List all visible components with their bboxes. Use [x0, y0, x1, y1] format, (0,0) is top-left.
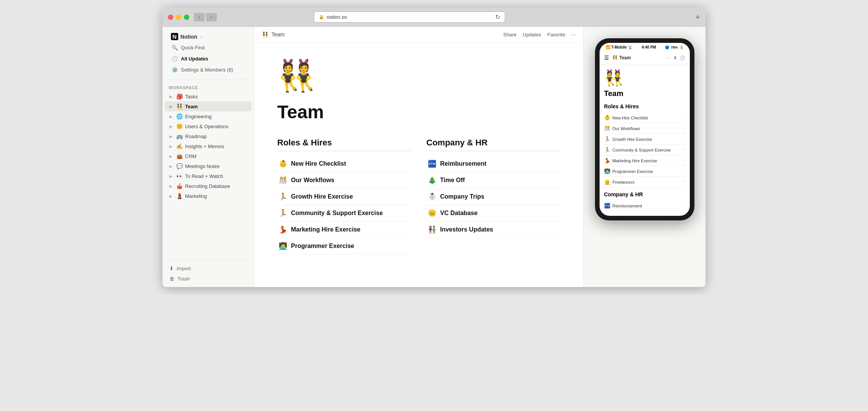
item-label: Marketing Hire Exercise — [291, 226, 360, 233]
sidebar-item-crm[interactable]: ▶ 👜 CRM — [165, 151, 252, 161]
roles-hires-list-item[interactable]: 💃Marketing Hire Exercise — [277, 222, 411, 238]
sidebar-item-engineering[interactable]: ▶ 🌐 Engineering — [165, 111, 252, 121]
sidebar-item-to-read-watch[interactable]: ▶ 👀 To Read + Watch — [165, 171, 252, 181]
sidebar-item-icon: 🎒 — [176, 93, 183, 99]
roles-hires-list-item[interactable]: 🏃Community & Support Exercise — [277, 205, 411, 222]
ph-icon: 💃 — [604, 158, 610, 163]
ph-dots-icon[interactable]: ··· — [682, 180, 685, 184]
back-button[interactable]: ‹ — [194, 13, 205, 21]
ph-dots-icon[interactable]: ··· — [682, 169, 685, 173]
page-emoji: 👯 — [277, 58, 560, 94]
trash-item[interactable]: 🗑 Trash — [168, 274, 249, 284]
minimize-button[interactable] — [176, 15, 181, 20]
sidebar-item-team[interactable]: ▶ 👯 Team — [165, 101, 252, 111]
main-content: 👯 Team Share Updates Favorite ··· 👯 Team… — [254, 27, 583, 287]
company-hr-list-item[interactable]: 🎄Time Off — [426, 172, 560, 189]
ph-dots-icon[interactable]: ··· — [682, 148, 685, 152]
ph-label: Growth Hire Exercise — [613, 137, 680, 142]
item-icon: 😐 — [428, 209, 436, 217]
sidebar-item-label: Roadmap — [185, 134, 249, 139]
sidebar-item-tasks[interactable]: ▶ 🎒 Tasks — [165, 91, 252, 101]
forward-button[interactable]: › — [206, 13, 217, 21]
all-updates-action[interactable]: 🕐 All Updates — [169, 54, 248, 64]
item-icon: 🎊 — [279, 176, 287, 184]
sidebar-item-label: Tasks — [185, 94, 249, 99]
phone-section1-title: Roles & Hires — [604, 103, 685, 109]
quick-find-action[interactable]: 🔍 Quick Find — [169, 42, 248, 53]
item-icon: 🎄 — [428, 176, 436, 184]
phone-list1-item[interactable]: 👶New Hire Checklist··· — [604, 113, 685, 123]
phone-more-icon[interactable]: ··· — [666, 55, 670, 60]
sidebar-item-label: Recruiting Database — [185, 183, 249, 189]
sidebar-item-roadmap[interactable]: ▶ 🚌 Roadmap — [165, 131, 252, 141]
maximize-button[interactable] — [184, 15, 189, 20]
hamburger-icon[interactable]: ☰ — [604, 55, 609, 61]
sidebar-item-insights-memos[interactable]: ▶ ✍️ Insights + Memos — [165, 141, 252, 151]
sidebar-item-icon: 🚌 — [176, 133, 183, 139]
phone-list1-item[interactable]: 👩‍💻Programmer Exercise··· — [604, 166, 685, 177]
sidebar-arrow-icon: ▶ — [169, 184, 174, 188]
ph-label: Our Workflows — [613, 126, 680, 131]
item-icon: 👶 — [279, 160, 287, 168]
phone-list1: 👶New Hire Checklist···🎊Our Workflows···🏃… — [604, 113, 685, 188]
company-hr-list-item[interactable]: 👫Investors Updates — [426, 222, 560, 238]
roles-hires-list-item[interactable]: 🎊Our Workflows — [277, 172, 411, 189]
company-hr-list-item[interactable]: ☃️Company Trips — [426, 189, 560, 205]
close-button[interactable] — [168, 15, 173, 20]
phone-list1-item[interactable]: 🎊Our Workflows··· — [604, 123, 685, 134]
wifi-icon: 📡 — [628, 45, 632, 49]
sidebar-item-recruiting-database[interactable]: ▶ 🎪 Recruiting Database — [165, 181, 252, 191]
phone-list1-item[interactable]: 🏃Growth Hire Exercise··· — [604, 134, 685, 145]
refresh-button[interactable]: ↻ — [495, 13, 500, 21]
phone-history-icon[interactable]: 🕐 — [680, 55, 685, 60]
company-hr-list-item[interactable]: 😐VC Database — [426, 205, 560, 222]
ph-label: Marketing Hire Exercise — [613, 158, 680, 163]
updates-button[interactable]: Updates — [523, 32, 541, 38]
page-header-icon: 👯 — [262, 31, 268, 38]
item-icon: ☃️ — [428, 192, 436, 201]
sidebar-item-label: Insights + Memos — [185, 144, 249, 149]
ph-dots-icon[interactable]: ··· — [682, 137, 685, 141]
phone-share-icon[interactable]: ⬆ — [673, 55, 677, 60]
sidebar-item-meetings-notes[interactable]: ▶ 💬 Meetings Notes — [165, 161, 252, 171]
address-bar[interactable]: 🔒 notion.so ↻ — [314, 11, 505, 23]
content-grid: Roles & Hires 👶New Hire Checklist🎊Our Wo… — [277, 138, 560, 254]
phone-list2-item[interactable]: 🏧Reimbursement··· — [604, 201, 685, 211]
notion-logo: N — [171, 33, 178, 40]
sidebar-bottom: ⬇ Import 🗑 Trash — [163, 260, 254, 287]
sidebar-item-icon: 🙂 — [176, 123, 183, 129]
sidebar-item-icon: 💄 — [176, 193, 183, 199]
new-tab-button[interactable]: + — [695, 13, 700, 21]
roles-hires-list-item[interactable]: 🏃Growth Hire Exercise — [277, 189, 411, 205]
item-label: Company Trips — [440, 193, 484, 200]
sidebar-item-label: Marketing — [185, 193, 249, 199]
traffic-lights — [168, 15, 189, 20]
roles-hires-list-item[interactable]: 👩‍💻Programmer Exercise — [277, 238, 411, 254]
phone-status-bar: 📶 T-Mobile 📡 4:40 PM 🔵 78% 🔋 — [600, 43, 690, 52]
header-actions: Share Updates Favorite ··· — [503, 32, 575, 38]
roles-hires-list-item[interactable]: 👶New Hire Checklist — [277, 156, 411, 172]
item-label: Time Off — [440, 177, 465, 184]
more-button[interactable]: ··· — [571, 32, 575, 38]
favorite-button[interactable]: Favorite — [547, 32, 565, 38]
ph-dots-icon[interactable]: ··· — [682, 204, 685, 208]
ph-icon: 👩‍💻 — [604, 168, 610, 174]
item-label: Investors Updates — [440, 226, 493, 233]
phone-list1-item[interactable]: 💃Marketing Hire Exercise··· — [604, 155, 685, 166]
phone-list1-item[interactable]: 👷Freelancers··· — [604, 177, 685, 188]
sidebar-item-users-operations[interactable]: ▶ 🙂 Users & Operations — [165, 121, 252, 131]
settings-action[interactable]: ⚙️ Settings & Members (8) — [169, 65, 248, 75]
import-item[interactable]: ⬇ Import — [168, 263, 249, 274]
company-hr-list-item[interactable]: 🏧Reimbursement — [426, 156, 560, 172]
ph-dots-icon[interactable]: ··· — [682, 126, 685, 130]
url-text: notion.so — [327, 14, 347, 20]
ph-icon: 🏃 — [604, 136, 610, 142]
share-button[interactable]: Share — [503, 32, 517, 38]
ph-dots-icon[interactable]: ··· — [682, 116, 685, 120]
sidebar-item-marketing[interactable]: ▶ 💄 Marketing — [165, 191, 252, 201]
phone-nav-page-title: Team — [619, 55, 631, 60]
phone-list1-item[interactable]: 🏃Community & Support Exercise··· — [604, 145, 685, 155]
ph-dots-icon[interactable]: ··· — [682, 158, 685, 163]
workspace-title[interactable]: N Notion ⌄ — [169, 31, 248, 42]
sidebar-arrow-icon: ▶ — [169, 174, 174, 178]
